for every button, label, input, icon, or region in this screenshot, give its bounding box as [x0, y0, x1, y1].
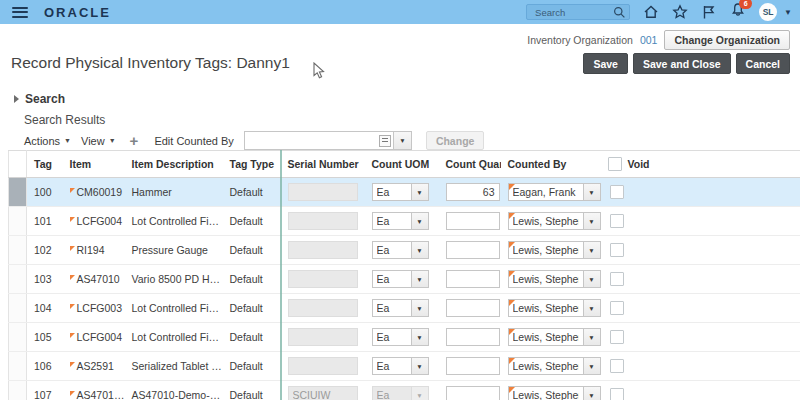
search-expander[interactable]: Search [14, 92, 65, 106]
tag-cell: 103 [27, 265, 63, 294]
counted-by-input[interactable] [508, 212, 584, 230]
count-quantity-input[interactable] [446, 357, 500, 375]
row-selector[interactable] [9, 381, 27, 400]
count-uom-input[interactable] [372, 241, 412, 259]
counted-by-input[interactable] [508, 241, 584, 259]
table-row[interactable]: 101 LCFG004 Lot Controlled Finished Good… [9, 207, 800, 236]
actions-menu[interactable]: Actions▼ [24, 135, 71, 147]
row-selector[interactable] [9, 323, 27, 352]
count-uom-dropdown-button[interactable] [411, 212, 429, 230]
save-and-close-button[interactable]: Save and Close [633, 53, 731, 74]
item-description-cell: Pressure Gauge [125, 236, 223, 265]
counted-by-input[interactable] [508, 270, 584, 288]
count-uom-input[interactable] [372, 212, 412, 230]
column-header-item[interactable]: Item [63, 151, 125, 178]
edit-counted-by-dropdown-button[interactable] [393, 131, 412, 150]
column-header-tag-type[interactable]: Tag Type [223, 151, 281, 178]
count-uom-input[interactable] [372, 357, 412, 375]
global-search-input[interactable] [533, 6, 613, 19]
user-menu-chevron-icon[interactable]: ▼ [784, 8, 792, 17]
table-row[interactable]: 104 LCFG003 Lot Controlled Finished Good… [9, 294, 800, 323]
search-icon[interactable] [613, 6, 626, 19]
column-splitter[interactable] [280, 150, 282, 400]
table-row[interactable]: 100 CM60019 Hammer Default [9, 178, 800, 207]
void-checkbox[interactable] [610, 272, 624, 286]
count-uom-input[interactable] [372, 328, 412, 346]
count-quantity-input[interactable] [446, 241, 500, 259]
item-description-cell: Vario 8500 PD Holographic Ta... [125, 265, 223, 294]
counted-by-dropdown-button[interactable] [583, 212, 601, 230]
counted-by-dropdown-button[interactable] [583, 241, 601, 259]
column-header-tag[interactable]: Tag [27, 151, 63, 178]
void-checkbox[interactable] [610, 301, 624, 315]
counted-by-dropdown-button[interactable] [583, 270, 601, 288]
void-checkbox[interactable] [610, 214, 624, 228]
table-row[interactable]: 102 RI194 Pressure Gauge Default [9, 236, 800, 265]
cancel-button[interactable]: Cancel [736, 53, 790, 74]
row-selector[interactable] [9, 265, 27, 294]
column-header-item-description[interactable]: Item Description [125, 151, 223, 178]
row-selector[interactable] [9, 236, 27, 265]
lov-picker-icon[interactable] [379, 135, 391, 147]
view-menu[interactable]: View▼ [81, 135, 116, 147]
counted-by-input[interactable] [508, 328, 584, 346]
count-uom-dropdown-button[interactable] [411, 270, 429, 288]
counted-by-dropdown-button[interactable] [583, 183, 601, 201]
change-button[interactable]: Change [426, 131, 485, 150]
counted-by-input[interactable] [508, 183, 584, 201]
column-header-filler [697, 151, 800, 178]
counted-by-dropdown-button[interactable] [583, 357, 601, 375]
void-checkbox[interactable] [610, 359, 624, 373]
void-checkbox[interactable] [610, 185, 624, 199]
count-quantity-input[interactable] [446, 212, 500, 230]
favorites-star-icon[interactable] [672, 4, 688, 20]
user-avatar[interactable]: SL [759, 3, 777, 21]
table-row[interactable]: 103 AS47010 Vario 8500 PD Holographic Ta… [9, 265, 800, 294]
count-uom-input[interactable] [372, 183, 412, 201]
row-selector[interactable] [9, 178, 27, 207]
count-uom-dropdown-button[interactable] [411, 328, 429, 346]
count-quantity-input[interactable] [446, 299, 500, 317]
row-selector[interactable] [9, 207, 27, 236]
save-button[interactable]: Save [583, 53, 628, 74]
table-row[interactable]: 105 LCFG004 Lot Controlled Finished Good… [9, 323, 800, 352]
home-icon[interactable] [643, 4, 659, 20]
count-uom-input[interactable] [372, 299, 412, 317]
column-header-count-uom[interactable]: Count UOM [365, 151, 439, 178]
count-uom-dropdown-button[interactable] [411, 357, 429, 375]
column-header-serial-number[interactable]: Serial Number [281, 151, 365, 178]
count-uom-dropdown-button[interactable] [411, 183, 429, 201]
hamburger-menu-icon[interactable] [12, 7, 28, 18]
row-selector[interactable] [9, 294, 27, 323]
page-title: Record Physical Inventory Tags: Danny1 [11, 54, 290, 72]
counted-by-input[interactable] [508, 386, 584, 400]
count-quantity-input[interactable] [446, 386, 500, 400]
count-uom-input[interactable] [372, 270, 412, 288]
column-header-counted-by[interactable]: Counted By [501, 151, 601, 178]
void-checkbox[interactable] [610, 388, 624, 400]
count-uom-dropdown-button[interactable] [411, 299, 429, 317]
count-quantity-input[interactable] [446, 270, 500, 288]
column-header-count-quantity[interactable]: Count Quantity [439, 151, 501, 178]
void-checkbox[interactable] [610, 243, 624, 257]
watchlist-flag-icon[interactable] [701, 4, 717, 20]
count-quantity-input[interactable] [446, 183, 500, 201]
counted-by-input[interactable] [508, 357, 584, 375]
counted-by-dropdown-button[interactable] [583, 328, 601, 346]
notifications-bell-icon[interactable]: 6 [730, 2, 746, 22]
void-checkbox[interactable] [610, 330, 624, 344]
edit-counted-by-input[interactable] [244, 131, 394, 150]
counted-by-dropdown-button[interactable] [583, 386, 601, 400]
table-row[interactable]: 107 AS47010-Comp AS47010-Demo-Comp-Seria… [9, 381, 800, 400]
void-select-all-checkbox[interactable] [608, 157, 622, 171]
count-uom-dropdown-button[interactable] [411, 241, 429, 259]
count-quantity-input[interactable] [446, 328, 500, 346]
table-row[interactable]: 106 AS2591 Serialized Tablet Component D… [9, 352, 800, 381]
change-organization-button[interactable]: Change Organization [664, 30, 790, 50]
add-row-icon[interactable]: + [130, 133, 139, 148]
filler-cell [697, 178, 800, 207]
counted-by-dropdown-button[interactable] [583, 299, 601, 317]
row-selector[interactable] [9, 352, 27, 381]
counted-by-input[interactable] [508, 299, 584, 317]
global-search-box[interactable] [526, 4, 630, 20]
